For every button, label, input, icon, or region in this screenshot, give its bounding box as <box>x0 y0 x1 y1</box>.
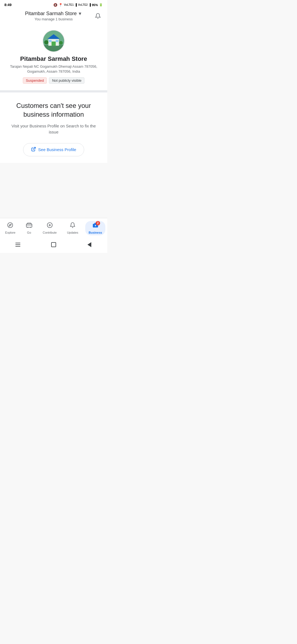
header: Pitambar Sarmah Store ▼ You manage 1 bus… <box>0 9 107 24</box>
business-badge-count: 2 <box>96 221 100 225</box>
info-section: Customers can't see your business inform… <box>0 92 107 163</box>
svg-rect-5 <box>51 42 56 46</box>
svg-point-14 <box>27 227 28 228</box>
battery-text: 95% <box>92 3 98 7</box>
status-time: 8:49 <box>4 3 12 7</box>
home-square-icon <box>51 242 56 247</box>
dropdown-arrow-icon: ▼ <box>78 11 82 16</box>
go-label: Go <box>27 231 31 234</box>
svg-point-9 <box>59 41 63 45</box>
home-button[interactable] <box>50 241 57 249</box>
suspended-badge: Suspended <box>23 77 47 84</box>
nav-item-updates[interactable]: Updates <box>64 221 82 235</box>
system-nav <box>0 238 107 253</box>
lte1-icon: VoLTE1 <box>64 3 74 6</box>
contribute-label: Contribute <box>43 231 57 234</box>
business-icon: 2 <box>92 222 98 230</box>
svg-point-8 <box>44 40 48 44</box>
nav-item-explore[interactable]: Explore <box>2 221 19 235</box>
updates-label: Updates <box>67 231 78 234</box>
business-avatar <box>43 30 65 52</box>
svg-rect-6 <box>49 40 52 42</box>
external-link-icon <box>31 147 36 153</box>
see-business-profile-button[interactable]: See Business Profile <box>23 143 84 156</box>
notification-bell-button[interactable] <box>93 11 103 21</box>
explore-icon <box>7 222 13 230</box>
header-title-row[interactable]: Pitambar Sarmah Store ▼ <box>25 11 82 17</box>
battery-icon: 🔋 <box>99 3 103 7</box>
svg-point-11 <box>8 223 13 228</box>
lte2-icon: VoLTE2 <box>78 3 88 6</box>
info-subtitle: Visit your Business Profile on Search to… <box>7 123 101 135</box>
see-profile-label: See Business Profile <box>38 147 76 152</box>
mute-icon: 🔇 <box>53 3 57 7</box>
svg-rect-13 <box>26 224 32 227</box>
section-divider <box>0 90 107 92</box>
info-title: Customers can't see your business inform… <box>7 101 101 118</box>
svg-point-15 <box>30 227 31 228</box>
business-address: Tarajan Nepali NC Gogamukh Dhemaji Assam… <box>4 64 103 74</box>
header-center: Pitambar Sarmah Store ▼ You manage 1 bus… <box>14 11 93 21</box>
svg-marker-12 <box>9 224 12 226</box>
svg-rect-7 <box>56 40 59 42</box>
signal2-icon: ▐ <box>89 3 91 6</box>
nav-item-business[interactable]: 2 Business <box>85 221 105 235</box>
status-bar: 8:49 🔇 📍 VoLTE1 ▐ VoLTE2 ▐ 95% 🔋 <box>0 0 107 9</box>
nav-item-go[interactable]: Go <box>23 221 36 235</box>
explore-label: Explore <box>5 231 15 234</box>
business-label: Business <box>89 231 102 234</box>
nav-item-contribute[interactable]: Contribute <box>39 221 60 235</box>
header-business-name: Pitambar Sarmah Store <box>25 11 77 17</box>
svg-line-10 <box>33 147 35 149</box>
back-arrow-icon <box>87 242 91 247</box>
location-icon: 📍 <box>59 3 63 7</box>
svg-rect-2 <box>43 45 64 51</box>
signal1-icon: ▐ <box>75 3 77 6</box>
go-icon <box>26 222 32 230</box>
contribute-icon <box>47 222 53 230</box>
header-subtitle: You manage 1 business <box>35 17 73 21</box>
recent-apps-button[interactable] <box>14 241 22 249</box>
bottom-nav: Explore Go Con <box>0 218 107 238</box>
status-icons: 🔇 📍 VoLTE1 ▐ VoLTE2 ▐ 95% 🔋 <box>53 3 103 7</box>
not-visible-badge: Not publicly visible <box>49 77 84 84</box>
business-card: Pitambar Sarmah Store Tarajan Nepali NC … <box>0 24 107 90</box>
badges-row: Suspended Not publicly visible <box>23 77 85 84</box>
business-name: Pitambar Sarmah Store <box>20 55 87 62</box>
spacer <box>0 163 107 218</box>
updates-icon <box>70 222 76 230</box>
back-button[interactable] <box>86 241 93 249</box>
